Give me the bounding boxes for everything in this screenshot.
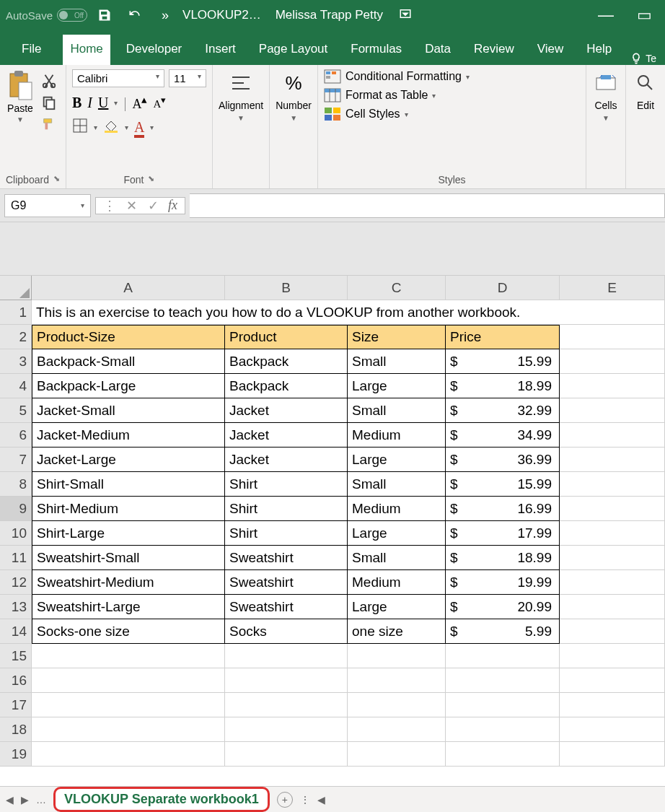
cell[interactable]: Backpack-Large — [32, 374, 225, 398]
cell[interactable]: Small — [348, 546, 446, 570]
cell[interactable] — [560, 644, 665, 668]
header[interactable]: 12 — [0, 570, 32, 595]
autosave-toggle[interactable]: AutoSave Off — [6, 9, 87, 22]
cell[interactable] — [560, 398, 665, 423]
cell[interactable] — [446, 742, 560, 767]
cell[interactable] — [560, 497, 665, 521]
cell[interactable]: Shirt — [225, 472, 348, 497]
header[interactable]: 11 — [0, 546, 32, 570]
maximize-button[interactable]: ▭ — [630, 6, 659, 25]
cell[interactable]: $36.99 — [446, 448, 560, 472]
cell[interactable] — [446, 644, 560, 668]
name-box[interactable]: G9▾ — [4, 194, 91, 217]
cell[interactable]: Size — [348, 325, 446, 349]
cell[interactable]: $15.99 — [446, 349, 560, 374]
cell[interactable]: Small — [348, 472, 446, 497]
cell[interactable]: Medium — [348, 570, 446, 595]
cell[interactable] — [348, 693, 446, 717]
header[interactable]: 8 — [0, 472, 32, 497]
cell[interactable]: $15.99 — [446, 472, 560, 497]
alignment-button[interactable]: Alignment ▼ — [219, 69, 263, 122]
cell[interactable]: Large — [348, 374, 446, 398]
cell[interactable]: Shirt-Large — [32, 521, 225, 546]
header[interactable]: 6 — [0, 423, 32, 448]
cell[interactable]: Jacket-Small — [32, 398, 225, 423]
cell[interactable] — [560, 325, 665, 349]
header[interactable]: E — [560, 276, 665, 300]
cell[interactable] — [560, 742, 665, 767]
cell[interactable]: Large — [348, 448, 446, 472]
cell[interactable] — [32, 668, 225, 693]
cell[interactable] — [225, 717, 348, 742]
cell[interactable] — [32, 644, 225, 668]
minimize-button[interactable]: — — [591, 6, 621, 25]
header[interactable]: 19 — [0, 742, 32, 767]
cell[interactable] — [560, 693, 665, 717]
cell[interactable]: $19.99 — [446, 570, 560, 595]
cell[interactable] — [225, 644, 348, 668]
sheet-options-icon[interactable]: ⋮ — [300, 794, 310, 806]
cell[interactable]: Small — [348, 398, 446, 423]
save-icon[interactable] — [96, 6, 113, 24]
cell[interactable] — [560, 595, 665, 619]
header[interactable]: 18 — [0, 717, 32, 742]
number-button[interactable]: % Number ▼ — [276, 69, 312, 122]
scroll-left-icon[interactable]: ◀ — [317, 794, 325, 806]
cell[interactable] — [560, 668, 665, 693]
cell[interactable] — [560, 448, 665, 472]
cell[interactable]: Sweatshirt — [225, 570, 348, 595]
more-icon[interactable]: » — [157, 6, 174, 24]
cell[interactable] — [560, 619, 665, 644]
cell[interactable]: Shirt-Medium — [32, 497, 225, 521]
tab-help[interactable]: Help — [579, 35, 619, 65]
cell[interactable] — [446, 668, 560, 693]
spreadsheet-grid[interactable]: ABCDE1This is an exercise to teach you h… — [0, 276, 665, 767]
cell[interactable]: $34.99 — [446, 423, 560, 448]
header[interactable]: 14 — [0, 619, 32, 644]
cell[interactable] — [560, 570, 665, 595]
cell[interactable]: Small — [348, 349, 446, 374]
cell-styles-button[interactable]: Cell Styles ▾ — [324, 107, 470, 121]
format-as-table-button[interactable]: Format as Table ▾ — [324, 88, 470, 102]
cell[interactable]: Shirt-Small — [32, 472, 225, 497]
borders-button[interactable] — [72, 118, 88, 137]
cell[interactable]: Large — [348, 595, 446, 619]
editing-button[interactable]: Edit — [632, 69, 659, 111]
cell[interactable]: $32.99 — [446, 398, 560, 423]
header[interactable]: 4 — [0, 374, 32, 398]
header[interactable]: 1 — [0, 300, 32, 325]
cell[interactable] — [560, 374, 665, 398]
cell[interactable] — [225, 693, 348, 717]
header[interactable]: 2 — [0, 325, 32, 349]
conditional-formatting-button[interactable]: Conditional Formatting ▾ — [324, 69, 470, 84]
cell[interactable] — [560, 521, 665, 546]
autosave-pill[interactable]: Off — [57, 9, 87, 22]
cell[interactable]: Sweatshirt-Medium — [32, 570, 225, 595]
underline-button[interactable]: U — [98, 95, 108, 111]
cells-button[interactable]: Cells ▼ — [592, 69, 620, 122]
cell[interactable] — [446, 693, 560, 717]
bold-button[interactable]: B — [72, 95, 82, 111]
cell[interactable]: $18.99 — [446, 374, 560, 398]
cell[interactable]: Large — [348, 521, 446, 546]
more-functions-icon[interactable]: ⋮ — [99, 198, 120, 214]
header[interactable]: 16 — [0, 668, 32, 693]
cell[interactable]: Shirt — [225, 521, 348, 546]
sheet-tab-active[interactable]: VLOOKUP Separate workbook1 — [53, 787, 270, 812]
tab-data[interactable]: Data — [418, 35, 458, 65]
cell[interactable]: Medium — [348, 497, 446, 521]
sheet-nav-next-icon[interactable]: ▶ — [21, 794, 29, 806]
enter-icon[interactable]: ✓ — [142, 198, 164, 214]
cell[interactable] — [32, 693, 225, 717]
cell[interactable] — [348, 644, 446, 668]
cell[interactable] — [560, 472, 665, 497]
cell[interactable]: Jacket — [225, 398, 348, 423]
decrease-font-icon[interactable]: A▾ — [153, 95, 166, 110]
cell[interactable]: $16.99 — [446, 497, 560, 521]
tab-insert[interactable]: Insert — [198, 35, 243, 65]
header[interactable]: 5 — [0, 398, 32, 423]
cell[interactable]: Jacket-Medium — [32, 423, 225, 448]
header[interactable]: 15 — [0, 644, 32, 668]
cell[interactable] — [560, 349, 665, 374]
fill-color-button[interactable] — [103, 118, 119, 137]
